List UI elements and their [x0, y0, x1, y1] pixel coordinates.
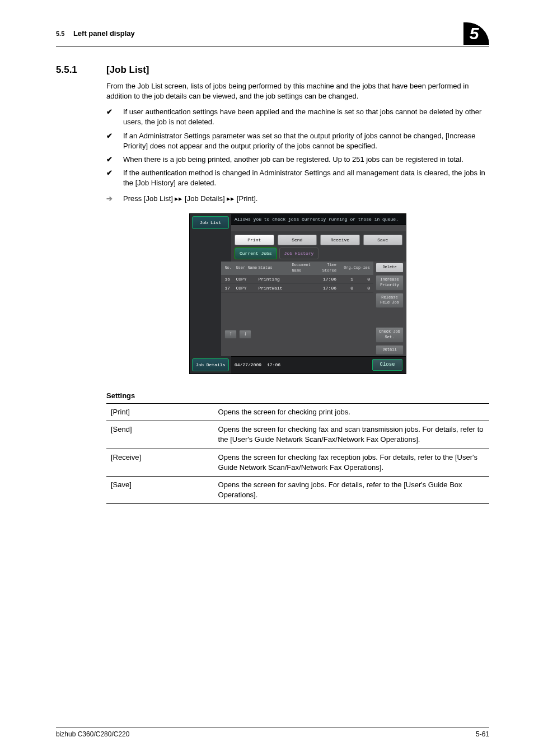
job-list-tab[interactable]: Job List — [192, 216, 229, 229]
settings-value: Opens the screen for checking fax recept… — [214, 449, 489, 476]
receive-tab[interactable]: Receive — [320, 235, 360, 245]
section-number: 5.5.1 — [56, 63, 106, 77]
job-details-tab[interactable]: Job Details — [192, 358, 229, 371]
col-time: Time Stored — [311, 263, 336, 274]
banner-text: Allows you to check jobs currently runni… — [231, 214, 406, 225]
delete-button[interactable]: Delete — [376, 263, 404, 273]
footer-page-number: 5-61 — [476, 730, 489, 739]
table-row: [Save] Opens the screen for saving jobs.… — [106, 476, 489, 503]
header-section-title: Left panel display — [73, 29, 135, 38]
col-user: User Name — [236, 265, 258, 271]
detail-button[interactable]: Detail — [376, 345, 404, 355]
table-row[interactable]: 17 COPY PrintWait 17:06 0 0 — [221, 284, 373, 293]
settings-table: [Print] Opens the screen for checking pr… — [106, 403, 489, 504]
bullet-item: If user authentication settings have bee… — [106, 107, 489, 127]
settings-key: [Save] — [106, 476, 214, 503]
settings-heading: Settings — [106, 391, 489, 401]
close-button[interactable]: Close — [372, 359, 402, 371]
settings-value: Opens the screen for checking print jobs… — [214, 403, 489, 421]
print-tab[interactable]: Print — [235, 235, 274, 245]
page-header: 5.5 Left panel display 5 — [56, 22, 489, 46]
scroll-up-button[interactable]: ↑ — [224, 330, 237, 339]
footer-time: 17:06 — [267, 362, 280, 368]
table-row: [Print] Opens the screen for checking pr… — [106, 403, 489, 421]
header-section-number: 5.5 — [56, 30, 64, 37]
settings-key: [Send] — [106, 421, 214, 449]
press-instruction: Press [Job List] ▸▸ [Job Details] ▸▸ [Pr… — [106, 194, 489, 204]
scroll-down-button[interactable]: ↓ — [239, 330, 251, 339]
col-org: Org. — [336, 265, 353, 271]
jobs-header-row: No. User Name Status Document Name Time … — [221, 262, 373, 275]
increase-priority-button[interactable]: Increase Priority — [376, 275, 404, 291]
chapter-badge: 5 — [463, 22, 489, 45]
release-held-job-button[interactable]: Release Held Job — [376, 293, 404, 309]
table-row[interactable]: 16 COPY Printing 17:06 1 0 — [221, 275, 373, 284]
col-doc: Document Name — [292, 263, 311, 274]
check-job-set-button[interactable]: Check Job Set. — [376, 327, 404, 343]
settings-key: [Print] — [106, 403, 214, 421]
col-no: No. — [224, 265, 236, 271]
footer-model: bizhub C360/C280/C220 — [56, 730, 129, 739]
bullet-item: When there is a job being printed, anoth… — [106, 155, 489, 165]
send-tab[interactable]: Send — [278, 235, 317, 245]
settings-value: Opens the screen for saving jobs. For de… — [214, 476, 489, 503]
intro-paragraph: From the Job List screen, lists of jobs … — [106, 81, 489, 101]
col-cop: Cop-ies — [353, 265, 370, 271]
bullet-list: If user authentication settings have bee… — [106, 107, 489, 188]
col-status: Status — [258, 265, 292, 271]
bullet-item: If an Administrator Settings parameter w… — [106, 131, 489, 151]
footer-date: 04/27/2009 — [235, 362, 261, 368]
settings-value: Opens the screen for checking fax and sc… — [214, 421, 489, 449]
table-row: [Receive] Opens the screen for checking … — [106, 449, 489, 476]
section-title: [Job List] — [106, 63, 149, 77]
settings-key: [Receive] — [106, 449, 214, 476]
embedded-screenshot: Job List Allows you to check jobs curren… — [189, 213, 406, 374]
section-heading: 5.5.1 [Job List] — [56, 63, 489, 77]
save-tab[interactable]: Save — [363, 235, 403, 245]
bullet-item: If the authentication method is changed … — [106, 168, 489, 188]
job-history-subtab[interactable]: Job History — [279, 248, 319, 259]
table-row: [Send] Opens the screen for checking fax… — [106, 421, 489, 449]
page-footer: bizhub C360/C280/C220 5-61 — [56, 727, 489, 739]
current-jobs-subtab[interactable]: Current Jobs — [235, 248, 277, 259]
